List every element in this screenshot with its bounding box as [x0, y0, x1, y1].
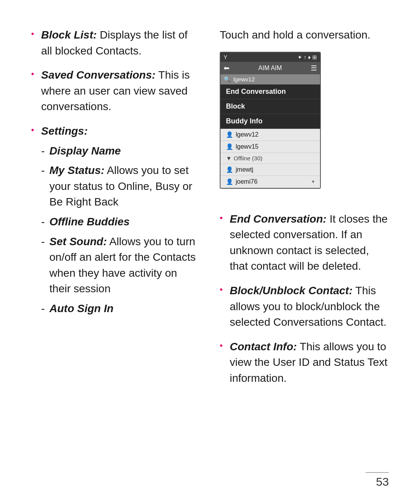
sub-item: - Display Name: [41, 143, 200, 159]
status-icon-4: ⊞: [312, 54, 317, 60]
person-icon: 👤: [226, 143, 233, 150]
scroll-down-icon: ▾: [312, 179, 315, 184]
list-item: • Saved Conversations: This is where an …: [31, 67, 200, 115]
search-icon: 🔍: [224, 76, 231, 83]
search-text: lgewv12: [233, 76, 255, 83]
sub-dash: -: [41, 143, 45, 159]
phone-contact-item: 👤 joemi76 ▾: [220, 176, 320, 188]
sub-label: My Status:: [49, 164, 105, 176]
left-column: • Block List: Displays the list of all b…: [31, 27, 200, 481]
item-label: Settings:: [41, 125, 88, 137]
sub-item: - Set Sound: Allows you to turn on/off a…: [41, 234, 200, 297]
sub-content: Set Sound: Allows you to turn on/off an …: [49, 234, 200, 297]
content-area: • Block List: Displays the list of all b…: [31, 27, 389, 481]
phone-title-bar: ⬅ AIM AIM ☰: [220, 62, 320, 74]
offline-text: Offline (30): [234, 155, 262, 162]
sub-dash: -: [41, 301, 45, 317]
phone-menu-item-block[interactable]: Block: [220, 99, 320, 114]
sub-content: Auto Sign In: [49, 301, 200, 317]
phone-status-icons: ✦ ↑ ♦ ⊞: [298, 54, 317, 60]
item-label: Contact Info:: [230, 341, 297, 353]
right-top-section: Touch and hold a conversation. Y ✦ ↑ ♦ ⊞: [220, 27, 389, 211]
person-icon: 👤: [226, 131, 233, 138]
item-label: Saved Conversations:: [41, 69, 156, 81]
person-icon: 👤: [226, 166, 233, 173]
sub-dash: -: [41, 214, 45, 230]
sub-label: Auto Sign In: [49, 302, 114, 314]
status-icon-1: ✦: [298, 54, 302, 60]
sub-content: Offline Buddies: [49, 214, 200, 230]
page-number: 53: [376, 475, 389, 488]
list-item: • Contact Info: This allows you to view …: [220, 339, 389, 386]
phone-title-text: AIM AIM: [233, 65, 308, 72]
contact-name: lgewv12: [236, 131, 259, 138]
sub-label: Display Name: [49, 145, 121, 157]
bullet-content: End Conversation: It closes the selected…: [230, 211, 389, 274]
menu-icon: ☰: [311, 64, 317, 72]
item-label: Block/Unblock Contact:: [230, 284, 353, 297]
phone-contact-item: 👤 lgewv15: [220, 141, 320, 153]
sub-item: - My Status: Allows you to set your stat…: [41, 163, 200, 210]
sub-item: - Auto Sign In: [41, 301, 200, 317]
list-item: • Block List: Displays the list of all b…: [31, 27, 200, 59]
intro-text: Touch and hold a conversation.: [220, 27, 389, 43]
list-item: • End Conversation: It closes the select…: [220, 211, 389, 274]
sub-content: My Status: Allows you to set your status…: [49, 163, 200, 210]
list-item: • Settings: - Display Name - My S: [31, 123, 200, 317]
bullet-content: Saved Conversations: This is where an us…: [41, 67, 200, 115]
phone-search-bar: 🔍 lgewv12: [220, 74, 320, 84]
bullet-dot: •: [220, 284, 223, 295]
bullet-dot: •: [220, 213, 223, 223]
bullet-content: Contact Info: This allows you to view th…: [230, 339, 389, 386]
person-icon: 👤: [226, 178, 233, 185]
contact-name: joemi76: [236, 178, 257, 185]
list-item: • Block/Unblock Contact: This allows you…: [220, 283, 389, 330]
phone-screenshot: Y ✦ ↑ ♦ ⊞ ⬅ AIM AIM ☰: [220, 52, 321, 189]
item-label: End Conversation:: [230, 213, 327, 225]
bullet-dot: •: [220, 341, 223, 351]
page-line: [366, 472, 389, 473]
contact-name: lgewv15: [236, 143, 259, 150]
right-column: Touch and hold a conversation. Y ✦ ↑ ♦ ⊞: [220, 27, 389, 481]
bullet-content: Block List: Displays the list of all blo…: [41, 27, 200, 59]
phone-status-bar: Y ✦ ↑ ♦ ⊞: [220, 53, 320, 62]
page-number-area: 53: [366, 472, 389, 488]
triangle-icon: ▼: [226, 155, 232, 162]
bullet-dot: •: [31, 69, 34, 79]
sub-label: Set Sound:: [49, 235, 107, 248]
sub-dash: -: [41, 234, 45, 250]
item-label: Block List:: [41, 29, 97, 41]
sub-item: - Offline Buddies: [41, 214, 200, 230]
phone-menu-item-end[interactable]: End Conversation: [220, 84, 320, 99]
sub-label: Offline Buddies: [49, 216, 130, 228]
contact-name: jmewtj: [236, 166, 253, 173]
screenshot-wrapper: Y ✦ ↑ ♦ ⊞ ⬅ AIM AIM ☰: [220, 52, 389, 200]
bullet-dot: •: [31, 29, 34, 39]
phone-contact-item: 👤 jmewtj: [220, 164, 320, 176]
phone-offline-header: ▼ Offline (30): [220, 153, 320, 164]
sub-content: Display Name: [49, 143, 200, 159]
phone-menu-item-buddyinfo[interactable]: Buddy Info: [220, 114, 320, 129]
bullet-content: Block/Unblock Contact: This allows you t…: [230, 283, 389, 330]
status-icon-2: ↑: [304, 54, 306, 60]
sub-dash: -: [41, 163, 45, 179]
status-icon-3: ♦: [308, 54, 311, 60]
bullet-dot: •: [31, 125, 34, 135]
page-container: • Block List: Displays the list of all b…: [0, 0, 420, 504]
signal-icon: Y: [224, 54, 227, 60]
back-icon: ⬅: [224, 64, 229, 72]
phone-contact-item: 👤 lgewv12: [220, 129, 320, 141]
bullet-content: Settings: - Display Name - My Status: Al…: [41, 123, 200, 317]
